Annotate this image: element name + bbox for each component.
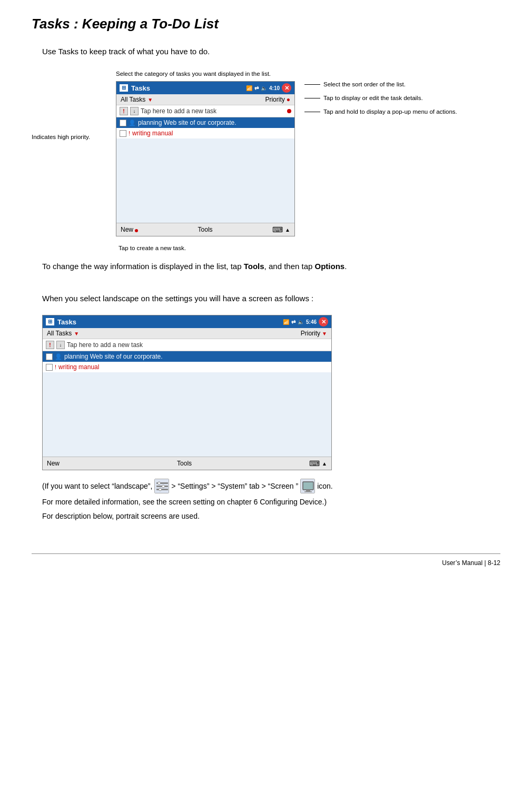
change-display-text: To change the way information is display…	[42, 261, 500, 273]
tap-create-label: Tap to create a new task.	[119, 245, 500, 251]
priority-label-1[interactable]: Priority	[265, 96, 284, 103]
connection-icon: ⇄	[254, 85, 259, 91]
svg-point-5	[162, 485, 165, 488]
alltasks-dropdown-icon-2[interactable]: ▼	[74, 331, 79, 336]
priority-dropdown-icon-2[interactable]: ▼	[322, 331, 327, 336]
connection-icon-2: ⇄	[291, 319, 295, 325]
phone-bottombar-2: New Tools ⌨ ▲	[43, 457, 331, 470]
settings-icon	[154, 479, 169, 493]
phone-bottombar-1: New Tools ⌨ ▲	[116, 223, 294, 236]
exclaim-button-1[interactable]: !	[120, 107, 128, 115]
up-arrow-icon-1: ▲	[285, 227, 290, 233]
windows-mobile-icon-2: ⊞	[46, 318, 54, 325]
keyboard-icon-2[interactable]: ⌨	[309, 459, 320, 468]
task-text-2: writing manual	[132, 130, 173, 137]
landscape-intro-text: When you select landscape on the setting…	[42, 293, 500, 305]
right-annotation-1: Select the sort order of the list.	[304, 81, 500, 87]
notes-section: (If you want to select “landscape”, > “S…	[42, 479, 500, 522]
phone-body-empty-2	[43, 372, 331, 457]
change-text-mid: , and then tap	[264, 262, 315, 271]
task-checkbox-3[interactable]	[46, 353, 53, 360]
close-button-2[interactable]: ✕	[319, 317, 328, 326]
phone-screen-2: ⊞ Tasks 📶 ⇄ 🔈 5:46 ✕ All Tasks ▼ Priorit…	[42, 315, 332, 470]
note-1-pre: (If you want to select “landscape”,	[42, 481, 152, 492]
new-button-1[interactable]: New	[121, 226, 133, 233]
task-row-selected-2[interactable]: 👤 planning Web site of our corporate.	[43, 351, 331, 362]
add-task-row-1[interactable]: ! ↓ Tap here to add a new task	[116, 105, 294, 117]
windows-mobile-icon: ⊞	[120, 84, 128, 92]
task-row-2[interactable]: ! writing manual	[116, 128, 294, 138]
tools-bold: Tools	[244, 262, 264, 271]
note-line-1: (If you want to select “landscape”, > “S…	[42, 479, 500, 493]
tools-button-1[interactable]: Tools	[198, 226, 213, 233]
alltasks-label-1[interactable]: All Tasks	[121, 96, 145, 103]
footer-manual: User’s Manual	[442, 559, 482, 567]
annotation-category: Select the category of tasks you want di…	[116, 71, 500, 77]
svg-rect-9	[306, 490, 310, 491]
phone-subbar-1: All Tasks ▼ Priority ●	[116, 94, 294, 105]
task-checkbox-4[interactable]	[46, 364, 53, 371]
task-details-label: Tap to display or edit the task details.	[323, 95, 423, 101]
note-1-end: icon.	[317, 481, 333, 492]
svg-rect-11	[303, 482, 313, 489]
signal-icon-2: 📶	[283, 319, 289, 325]
left-annotation-area: Indicates high priority.	[32, 81, 116, 236]
popup-menu-label: Tap and hold to display a pop-up menu of…	[323, 108, 457, 115]
svg-rect-3	[156, 489, 168, 490]
note-line-2: For more detailed information, see the s…	[42, 497, 500, 508]
signal-icon: 📶	[246, 85, 252, 91]
phone-subbar-2: All Tasks ▼ Priority ▼	[43, 328, 331, 339]
task-checkbox-2[interactable]	[120, 130, 126, 137]
close-button-1[interactable]: ✕	[282, 83, 291, 93]
svg-point-4	[158, 482, 161, 484]
volume-icon: 🔈	[261, 85, 267, 91]
task-priority-icon-1: 👤	[129, 120, 136, 126]
task-text-3: planning Web site of our corporate.	[64, 353, 163, 360]
footer-page: 8-12	[488, 559, 500, 567]
phone-titlebar-2: ⊞ Tasks 📶 ⇄ 🔈 5:46 ✕	[43, 315, 331, 328]
svg-point-6	[159, 488, 162, 491]
page-title: Tasks : Keeping a To-Do List	[32, 16, 500, 32]
alltasks-dropdown-icon[interactable]: ▼	[147, 97, 153, 103]
right-annotation-2: Tap to display or edit the task details.	[304, 95, 500, 101]
tools-button-2[interactable]: Tools	[177, 460, 192, 467]
task-priority-icon-2: !	[129, 130, 130, 136]
new-dot-1	[135, 229, 138, 232]
task-row-4[interactable]: ! writing manual	[43, 362, 331, 372]
note-1-post: > “Settings” > “System” tab > “Screen ”	[171, 481, 298, 492]
add-task-text-2[interactable]: Tap here to add a new task	[67, 341, 328, 349]
volume-icon-2: 🔈	[298, 319, 304, 325]
priority-label-2[interactable]: Priority	[301, 330, 320, 337]
time-display-2: 5:46	[306, 319, 317, 325]
new-button-2[interactable]: New	[47, 460, 60, 467]
sort-button-2[interactable]: ↓	[56, 341, 65, 349]
screenshot-section-1: Indicates high priority. ⊞ Tasks 📶 ⇄ 🔈 4…	[32, 81, 500, 236]
change-text-end: .	[344, 262, 347, 271]
options-bold: Options	[315, 262, 345, 271]
app-title-1: Tasks	[131, 84, 150, 92]
status-bar-1: 📶 ⇄ 🔈 4:10 ✕	[246, 83, 291, 93]
page-footer: User’s Manual | 8-12	[32, 553, 500, 567]
phone-screen-1: ⊞ Tasks 📶 ⇄ 🔈 4:10 ✕ All Tasks ▼	[116, 81, 295, 236]
task-row-selected-1[interactable]: 👤 planning Web site of our corporate.	[116, 117, 294, 128]
screenshot-portrait: ⊞ Tasks 📶 ⇄ 🔈 4:10 ✕ All Tasks ▼	[116, 81, 295, 236]
note-3-text: For description below, portrait screens …	[42, 511, 200, 522]
app-title-2: Tasks	[57, 318, 76, 326]
keyboard-icon-1[interactable]: ⌨	[272, 225, 283, 234]
phone-titlebar-1: ⊞ Tasks 📶 ⇄ 🔈 4:10 ✕	[116, 82, 294, 94]
alltasks-label-2[interactable]: All Tasks	[47, 330, 72, 337]
note-line-3: For description below, portrait screens …	[42, 511, 500, 522]
exclaim-button-2[interactable]: !	[46, 341, 54, 349]
intro-text: Use Tasks to keep track of what you have…	[42, 47, 500, 56]
task-text-4: writing manual	[58, 363, 99, 371]
right-annotation-area: Select the sort order of the list. Tap t…	[295, 81, 500, 236]
status-bar-2: 📶 ⇄ 🔈 5:46 ✕	[283, 317, 328, 326]
task-priority-icon-4: !	[55, 364, 56, 370]
add-task-dot-1	[287, 109, 291, 113]
sort-button-1[interactable]: ↓	[130, 107, 139, 115]
task-checkbox-1[interactable]	[120, 120, 126, 126]
add-task-text-1[interactable]: Tap here to add a new task	[141, 107, 285, 115]
add-task-row-2[interactable]: ! ↓ Tap here to add a new task	[43, 339, 331, 351]
time-display-1: 4:10	[269, 85, 280, 91]
task-text-1: planning Web site of our corporate.	[138, 119, 237, 126]
